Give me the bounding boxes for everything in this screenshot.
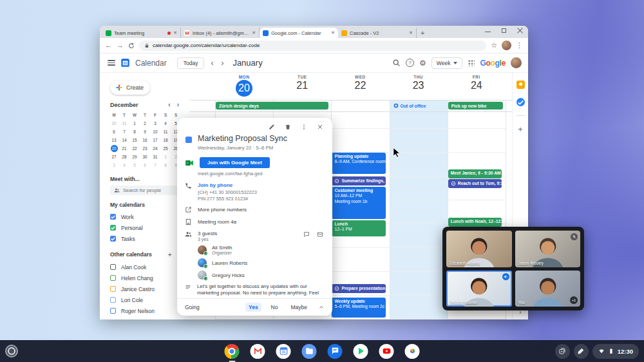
maximize-icon[interactable] <box>501 28 507 33</box>
video-tile[interactable]: You+1 <box>515 271 581 307</box>
edit-event-icon[interactable] <box>269 124 275 130</box>
join-by-phone-link[interactable]: Join by phone <box>198 182 257 188</box>
calendar-checkbox[interactable] <box>110 275 116 281</box>
keep-icon[interactable] <box>516 81 525 89</box>
mini-day-cell[interactable]: 30 <box>140 153 150 161</box>
settings-gear-icon[interactable]: ⚙ <box>419 59 426 68</box>
mini-day-cell[interactable]: 3 <box>109 161 119 169</box>
tab-close-icon[interactable]: ✕ <box>173 30 177 35</box>
join-meet-button[interactable]: Join with Google Meet <box>200 157 270 168</box>
minimize-icon[interactable] <box>485 28 491 33</box>
reload-icon[interactable] <box>128 43 135 49</box>
prev-week-icon[interactable]: ‹ <box>209 59 214 68</box>
day-header-wed[interactable]: WED22 <box>331 75 389 91</box>
stylus-button[interactable] <box>574 344 589 359</box>
main-menu-icon[interactable] <box>108 60 115 66</box>
allday-event[interactable]: Out of office <box>390 102 445 110</box>
calendar-event[interactable]: Customer meeting10 AM–12 PMMeeting room … <box>332 187 385 219</box>
mini-day-cell[interactable]: 6 <box>140 161 150 169</box>
mini-day-cell[interactable]: 29 <box>129 153 140 161</box>
calendar-event[interactable]: Planning update8–9 AM, Conference room 2 <box>332 153 385 174</box>
mini-day-cell[interactable]: 7 <box>119 128 129 136</box>
day-header-mon[interactable]: MON20 <box>215 75 273 97</box>
allday-event[interactable]: Zürich design days <box>216 102 328 110</box>
messages-app-icon[interactable] <box>328 344 343 359</box>
attendee-row[interactable]: Lauren Roberts <box>198 258 332 267</box>
attendee-row[interactable]: Gregory Hicks <box>198 271 332 280</box>
youtube-app-icon[interactable] <box>379 344 394 359</box>
play-app-icon[interactable] <box>354 344 368 359</box>
calendar-checkbox[interactable] <box>110 286 116 292</box>
mini-day-cell[interactable]: 3 <box>150 119 160 128</box>
mini-day-cell[interactable]: 21 <box>119 144 129 153</box>
add-calendar-icon[interactable]: + <box>168 251 172 258</box>
tab-close-icon[interactable]: ✕ <box>409 30 413 35</box>
mini-day-cell[interactable]: 8 <box>160 161 171 169</box>
calendar-event[interactable]: Lunch12–1 PM <box>332 220 385 236</box>
day-header-thu[interactable]: THU23 <box>390 75 448 91</box>
mini-day-cell[interactable]: 10 <box>150 128 160 136</box>
meet-video-overlay[interactable]: Elizabeth AdamsJason WooleyJessica Krame… <box>442 227 584 310</box>
calendar-event[interactable]: Lunch with Noah, 12–12:30 <box>448 218 502 227</box>
mini-day-cell[interactable]: 8 <box>129 128 140 136</box>
calendar-checkbox[interactable] <box>110 264 116 270</box>
browser-tab[interactable]: MInbox (4) - alismith@gmail.com✕ <box>181 28 260 38</box>
calendar-event[interactable]: Meet Janice, 9 - 9:30 AM <box>448 169 502 178</box>
chevron-up-icon[interactable] <box>318 304 325 310</box>
view-selector[interactable]: Week <box>431 57 463 69</box>
mini-day-cell[interactable]: 27 <box>109 153 119 161</box>
browser-tab[interactable]: Cascade - V2✕ <box>338 28 417 38</box>
tab-close-icon[interactable]: ✕ <box>331 30 335 35</box>
mini-day-cell[interactable]: 1 <box>160 153 171 161</box>
mini-next-icon[interactable]: › <box>174 101 182 108</box>
mini-day-cell[interactable]: 28 <box>119 153 129 161</box>
more-phone-numbers-link[interactable]: More phone numbers <box>198 207 247 213</box>
mini-prev-icon[interactable]: ‹ <box>165 101 173 108</box>
chrome-app-icon[interactable] <box>225 344 240 359</box>
forward-icon[interactable]: → <box>117 42 124 49</box>
tasks-icon[interactable] <box>516 98 525 106</box>
new-tab-button[interactable]: + <box>421 29 424 37</box>
get-addons-icon[interactable]: + <box>518 125 522 134</box>
mini-day-cell[interactable]: 4 <box>160 119 171 128</box>
photos-app-icon[interactable] <box>405 344 420 359</box>
browser-menu-icon[interactable]: ⋮ <box>516 42 523 49</box>
calendar-checkbox[interactable] <box>110 308 116 314</box>
attendee-row[interactable]: Ali SmithOrganizer <box>198 245 332 255</box>
mini-day-cell[interactable]: 6 <box>109 128 119 136</box>
mini-day-cell[interactable]: 16 <box>140 136 150 144</box>
mini-day-cell[interactable]: 14 <box>119 136 129 144</box>
browser-tab[interactable]: Team meeting✕ <box>102 28 181 38</box>
mini-day-cell[interactable]: 23 <box>140 144 150 153</box>
create-button[interactable]: Create <box>110 81 150 95</box>
mini-day-cell[interactable]: 31 <box>119 119 129 128</box>
video-tile[interactable]: Jason Wooley <box>515 231 581 267</box>
search-people-input[interactable]: Search for people <box>110 186 182 195</box>
calendar-checkbox[interactable] <box>110 236 116 242</box>
account-avatar[interactable] <box>511 57 522 68</box>
today-button[interactable]: Today <box>177 57 205 69</box>
mini-day-cell[interactable]: 20 <box>109 144 119 153</box>
calendar-checkbox[interactable] <box>110 214 116 220</box>
help-icon[interactable]: ? <box>406 59 414 67</box>
browser-tab[interactable]: Google.com - Calendar✕ <box>260 28 338 38</box>
files-app-icon[interactable] <box>302 344 317 359</box>
mini-day-cell[interactable]: 18 <box>160 136 171 144</box>
mini-day-cell[interactable]: 15 <box>129 136 140 144</box>
rsvp-maybe-button[interactable]: Maybe <box>287 303 310 312</box>
mini-day-cell[interactable]: 7 <box>150 161 160 169</box>
email-guests-icon[interactable] <box>317 231 323 238</box>
calendar-app-icon[interactable]: 31 <box>276 344 291 359</box>
calendar-event[interactable]: Prepare presentation, 4 P <box>332 284 385 293</box>
video-tile[interactable]: Elizabeth Adams <box>446 231 512 267</box>
close-window-icon[interactable] <box>517 28 523 33</box>
launcher-button[interactable] <box>5 345 18 357</box>
day-header-tue[interactable]: TUE21 <box>273 75 331 91</box>
mini-day-cell[interactable]: 30 <box>109 119 119 128</box>
chat-with-guests-icon[interactable] <box>303 231 310 238</box>
calendar-event[interactable]: Reach out to Tom, 9:30 A <box>448 179 502 188</box>
next-week-icon[interactable]: › <box>220 59 225 68</box>
mini-day-cell[interactable]: 11 <box>160 128 171 136</box>
calendar-event[interactable]: Summarize findings, 9:30 <box>332 176 385 186</box>
mini-day-cell[interactable]: 5 <box>129 161 140 169</box>
